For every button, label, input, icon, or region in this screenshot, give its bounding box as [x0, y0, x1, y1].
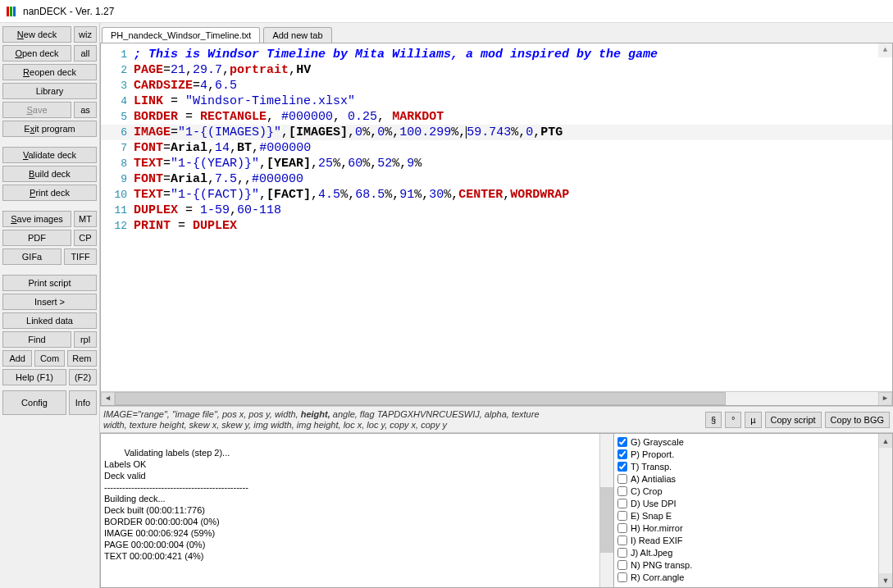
flag-label: E) Snap E — [631, 511, 672, 521]
flag-checkbox[interactable] — [617, 499, 627, 508]
flag-label: H) Hor.mirror — [631, 523, 683, 533]
line-number: 12 — [101, 218, 134, 234]
scroll-down-icon[interactable]: ▼ — [879, 573, 892, 587]
line-number: 8 — [101, 156, 134, 171]
tab-add-new[interactable]: Add new tab — [263, 27, 331, 43]
open-deck-button[interactable]: Open deck — [2, 45, 71, 62]
flag-checkbox-row[interactable]: P) Proport. — [617, 448, 889, 460]
mu-char-button[interactable]: µ — [745, 412, 761, 428]
flags-panel: G) GrayscaleP) Proport.T) Transp.A) Anti… — [614, 433, 893, 588]
degree-char-button[interactable]: ° — [725, 412, 741, 428]
line-number: 1 — [101, 47, 134, 62]
editor-hscrollbar[interactable]: ◀ ▶ — [101, 391, 892, 405]
flag-checkbox-row[interactable]: D) Use DPI — [617, 497, 889, 509]
editor-scroll-up-icon[interactable]: ▲ — [878, 43, 892, 57]
flag-checkbox[interactable] — [617, 511, 627, 521]
find-button[interactable]: Find — [2, 331, 71, 348]
line-number: 11 — [101, 203, 134, 218]
flag-checkbox[interactable] — [617, 462, 627, 472]
f2-button[interactable]: (F2) — [69, 369, 97, 385]
flag-label: N) PNG transp. — [631, 560, 692, 570]
flag-checkbox[interactable] — [617, 536, 627, 545]
line-number: 6 — [101, 125, 134, 140]
flag-checkbox[interactable] — [617, 474, 627, 484]
svg-rect-0 — [7, 7, 9, 16]
line-number: 10 — [101, 187, 134, 203]
linked-data-button[interactable]: Linked data — [2, 312, 97, 329]
insert-button[interactable]: Insert > — [2, 294, 97, 310]
flag-checkbox-row[interactable]: A) Antialias — [617, 472, 889, 485]
flag-checkbox-row[interactable]: G) Grayscale — [617, 435, 889, 448]
flag-label: D) Use DPI — [631, 499, 677, 508]
info-button[interactable]: Info — [69, 390, 97, 415]
tab-file[interactable]: PH_nandeck_Windsor_Timeline.txt — [102, 27, 260, 43]
scroll-right-icon[interactable]: ▶ — [878, 392, 892, 406]
flag-checkbox-row[interactable]: H) Hor.mirror — [617, 522, 889, 534]
validate-deck-button[interactable]: Validate deck — [2, 147, 97, 163]
scroll-thumb[interactable] — [115, 392, 726, 405]
copy-to-bgg-button[interactable]: Copy to BGG — [825, 412, 890, 428]
copy-script-button[interactable]: Copy script — [765, 412, 822, 428]
log-panel[interactable]: Validating labels (step 2)... Labels OK … — [100, 433, 614, 588]
reopen-deck-button[interactable]: Reopen deck — [2, 64, 97, 80]
flag-checkbox-row[interactable]: C) Crop — [617, 485, 889, 497]
flag-checkbox[interactable] — [617, 572, 627, 582]
line-number: 2 — [101, 62, 134, 78]
flag-checkbox-row[interactable]: R) Corr.angle — [617, 571, 889, 583]
com-button[interactable]: Com — [34, 350, 64, 367]
mt-button[interactable]: MT — [74, 211, 97, 227]
gifa-button[interactable]: GIFa — [2, 248, 62, 265]
cp-button[interactable]: CP — [74, 230, 97, 246]
tiff-button[interactable]: TIFF — [64, 248, 97, 265]
save-button: Save — [2, 102, 71, 118]
scroll-thumb[interactable] — [600, 487, 613, 553]
svg-rect-2 — [13, 7, 16, 16]
save-images-button[interactable]: Save images — [2, 211, 71, 227]
help-button[interactable]: Help (F1) — [2, 369, 66, 385]
log-text: Validating labels (step 2)... Labels OK … — [104, 448, 248, 561]
flag-label: C) Crop — [631, 486, 663, 496]
build-deck-button[interactable]: Build deck — [2, 166, 97, 182]
hint-bar: IMAGE="range", "image file", pos x, pos … — [100, 406, 893, 432]
library-button[interactable]: Library — [2, 83, 97, 99]
rpl-button[interactable]: rpl — [74, 331, 97, 348]
flags-vscrollbar[interactable]: ▲ ▼ — [878, 434, 892, 587]
hint-text: IMAGE="range", "image file", pos x, pos … — [103, 409, 702, 431]
flag-checkbox-row[interactable]: J) Alt.Jpeg — [617, 546, 889, 558]
section-char-button[interactable]: § — [705, 412, 722, 428]
flag-label: R) Corr.angle — [631, 572, 684, 582]
rem-button[interactable]: Rem — [67, 350, 97, 367]
flag-label: I) Read EXIF — [631, 536, 683, 545]
flag-checkbox-row[interactable]: E) Snap E — [617, 509, 889, 522]
flag-checkbox-row[interactable]: T) Transp. — [617, 460, 889, 472]
code-editor[interactable]: ▲ 1; This is Windsor Timeline by Mita Wi… — [100, 43, 893, 406]
print-script-button[interactable]: Print script — [2, 275, 97, 291]
all-button[interactable]: all — [74, 45, 97, 62]
flag-label: A) Antialias — [631, 474, 676, 484]
log-vscrollbar[interactable] — [599, 434, 613, 587]
scroll-up-icon[interactable]: ▲ — [879, 434, 892, 448]
flag-checkbox[interactable] — [617, 449, 627, 459]
flag-checkbox[interactable] — [617, 486, 627, 496]
wiz-button[interactable]: wiz — [74, 26, 97, 43]
flag-checkbox[interactable] — [617, 548, 627, 558]
print-deck-button[interactable]: Print deck — [2, 185, 97, 201]
line-number: 5 — [101, 109, 134, 125]
sidebar: New deck wiz Open deck all Reopen deck L… — [0, 23, 100, 588]
new-deck-button[interactable]: New deck — [2, 26, 71, 43]
line-number: 4 — [101, 93, 134, 109]
line-number: 7 — [101, 140, 134, 156]
window-title: nanDECK - Ver. 1.27 — [23, 6, 114, 17]
pdf-button[interactable]: PDF — [2, 230, 71, 246]
code-comment: ; This is Windsor Timeline by Mita Willi… — [134, 48, 658, 62]
flag-checkbox[interactable] — [617, 523, 627, 533]
add-button[interactable]: Add — [2, 350, 32, 367]
flag-checkbox-row[interactable]: N) PNG transp. — [617, 558, 889, 571]
config-button[interactable]: Config — [2, 390, 66, 415]
scroll-left-icon[interactable]: ◀ — [101, 392, 115, 406]
exit-program-button[interactable]: Exit program — [2, 121, 97, 137]
flag-checkbox-row[interactable]: I) Read EXIF — [617, 534, 889, 546]
flag-checkbox[interactable] — [617, 437, 627, 447]
save-as-button[interactable]: as — [74, 102, 97, 118]
flag-checkbox[interactable] — [617, 560, 627, 570]
